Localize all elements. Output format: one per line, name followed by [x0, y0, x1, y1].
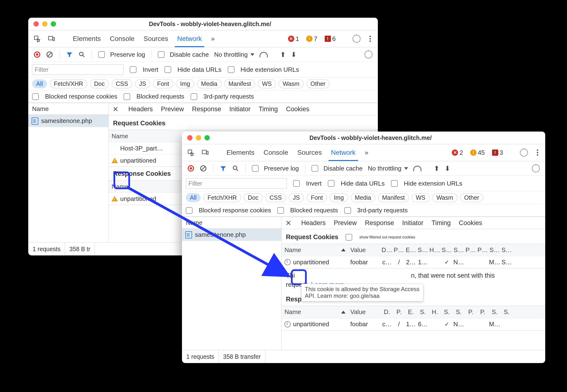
- dtab-response[interactable]: Response: [365, 219, 394, 227]
- inspect-icon[interactable]: [33, 35, 41, 42]
- tab-console[interactable]: Console: [109, 35, 135, 42]
- preserve-log-checkbox[interactable]: [98, 51, 105, 58]
- col-value[interactable]: Value: [348, 308, 381, 316]
- tab-elements[interactable]: Elements: [72, 35, 102, 42]
- chip-ws[interactable]: WS: [258, 79, 276, 88]
- chip-all[interactable]: All: [32, 79, 47, 88]
- col-name[interactable]: Name: [284, 246, 301, 254]
- chip-manifest[interactable]: Manifest: [224, 79, 255, 88]
- third-party-checkbox[interactable]: [344, 207, 351, 214]
- tab-sources[interactable]: Sources: [296, 149, 323, 156]
- panel-settings-icon[interactable]: [364, 50, 373, 59]
- filter-input[interactable]: Filter: [32, 64, 123, 75]
- traffic-max-icon[interactable]: [205, 135, 210, 140]
- upload-har-icon[interactable]: ⬆: [280, 51, 286, 59]
- chip-other[interactable]: Other: [306, 79, 330, 88]
- network-conditions-icon[interactable]: [260, 52, 268, 57]
- dtab-timing[interactable]: Timing: [259, 105, 278, 113]
- blocked-resp-checkbox[interactable]: [186, 207, 193, 214]
- traffic-close-icon[interactable]: [33, 21, 39, 27]
- settings-icon[interactable]: [520, 149, 528, 157]
- close-detail-icon[interactable]: ✕: [284, 219, 293, 227]
- chip-css[interactable]: CSS: [112, 79, 132, 88]
- clear-icon[interactable]: [46, 51, 53, 58]
- network-conditions-icon[interactable]: [413, 166, 421, 171]
- device-icon[interactable]: [202, 149, 209, 156]
- chip-media[interactable]: Media: [197, 79, 222, 88]
- settings-icon[interactable]: [352, 35, 361, 43]
- tabs-overflow[interactable]: »: [364, 149, 370, 156]
- throttling-select[interactable]: No throttling: [214, 51, 254, 58]
- chip-media[interactable]: Media: [351, 193, 375, 202]
- invert-checkbox[interactable]: [130, 66, 136, 73]
- col-name[interactable]: Name: [112, 132, 128, 140]
- chip-js[interactable]: JS: [289, 193, 304, 202]
- chip-css[interactable]: CSS: [266, 193, 286, 202]
- blocked-resp-checkbox[interactable]: [32, 93, 39, 100]
- traffic-min-icon[interactable]: [196, 135, 201, 140]
- preserve-log-checkbox[interactable]: [252, 165, 259, 172]
- chip-ws[interactable]: WS: [412, 193, 429, 202]
- issues-badge[interactable]: !3: [492, 149, 503, 156]
- chip-fetch[interactable]: Fetch/XHR: [50, 79, 87, 88]
- traffic-max-icon[interactable]: [51, 21, 56, 27]
- invert-checkbox[interactable]: [293, 180, 300, 187]
- tab-sources[interactable]: Sources: [142, 35, 169, 42]
- errors-badge[interactable]: ✕2: [452, 149, 463, 156]
- search-icon[interactable]: [78, 51, 86, 58]
- hide-ext-checkbox[interactable]: [228, 66, 234, 73]
- request-row[interactable]: samesitenone.php: [28, 115, 108, 127]
- tab-network[interactable]: Network: [176, 35, 203, 42]
- record-icon[interactable]: [33, 51, 41, 58]
- blocked-req-checkbox[interactable]: [277, 207, 284, 214]
- download-har-icon[interactable]: ⬇: [291, 51, 297, 59]
- menu-icon[interactable]: [535, 152, 540, 153]
- disable-cache-checkbox[interactable]: [312, 165, 318, 172]
- chip-img[interactable]: Img: [176, 79, 194, 88]
- filter-input[interactable]: Filter: [186, 178, 287, 189]
- tab-console[interactable]: Console: [263, 149, 289, 156]
- dtab-headers[interactable]: Headers: [301, 219, 326, 227]
- dtab-initiator[interactable]: Initiator: [229, 105, 251, 113]
- name-header[interactable]: Name: [28, 103, 108, 115]
- chip-manifest[interactable]: Manifest: [378, 193, 409, 202]
- throttling-select[interactable]: No throttling: [368, 165, 408, 172]
- chip-font[interactable]: Font: [153, 79, 173, 88]
- hide-data-checkbox[interactable]: [328, 180, 334, 187]
- record-icon[interactable]: [187, 165, 194, 172]
- chip-other[interactable]: Other: [460, 193, 483, 202]
- panel-settings-icon[interactable]: [532, 164, 540, 172]
- filter-icon[interactable]: [220, 165, 227, 172]
- chip-img[interactable]: Img: [330, 193, 348, 202]
- menu-icon[interactable]: [368, 38, 373, 40]
- col-name[interactable]: Name: [112, 183, 128, 190]
- chip-wasm[interactable]: Wasm: [279, 79, 304, 88]
- warnings-badge[interactable]: !7: [306, 35, 317, 42]
- disable-cache-checkbox[interactable]: [158, 51, 164, 58]
- col-value[interactable]: Value: [348, 246, 381, 254]
- inspect-icon[interactable]: [187, 149, 194, 156]
- dtab-timing[interactable]: Timing: [432, 219, 451, 227]
- dtab-cookies[interactable]: Cookies: [286, 105, 309, 113]
- dtab-initiator[interactable]: Initiator: [402, 219, 424, 227]
- dtab-response[interactable]: Response: [192, 105, 221, 113]
- blocked-req-checkbox[interactable]: [123, 93, 130, 100]
- tab-elements[interactable]: Elements: [225, 149, 255, 156]
- close-detail-icon[interactable]: ✕: [111, 105, 120, 113]
- device-icon[interactable]: [48, 35, 55, 42]
- dtab-headers[interactable]: Headers: [128, 105, 153, 113]
- table-row[interactable]: unpartitioned foobar c… / 2… 1… ✓ N… M…: [282, 256, 545, 268]
- name-header[interactable]: Name: [182, 217, 281, 229]
- show-filtered-checkbox[interactable]: [345, 234, 352, 241]
- chip-fetch[interactable]: Fetch/XHR: [204, 193, 241, 202]
- upload-har-icon[interactable]: ⬆: [434, 165, 439, 172]
- request-row[interactable]: samesitenone.php: [182, 229, 281, 241]
- table-row[interactable]: unpartitioned foobar c… / 1… 6… ✓ N… M…: [282, 318, 545, 330]
- col-name[interactable]: Name: [284, 308, 301, 316]
- traffic-close-icon[interactable]: [187, 135, 193, 140]
- dtab-preview[interactable]: Preview: [334, 219, 357, 227]
- filter-icon[interactable]: [66, 51, 73, 58]
- tab-network[interactable]: Network: [330, 149, 357, 156]
- download-har-icon[interactable]: ⬇: [445, 165, 450, 172]
- search-icon[interactable]: [232, 165, 239, 172]
